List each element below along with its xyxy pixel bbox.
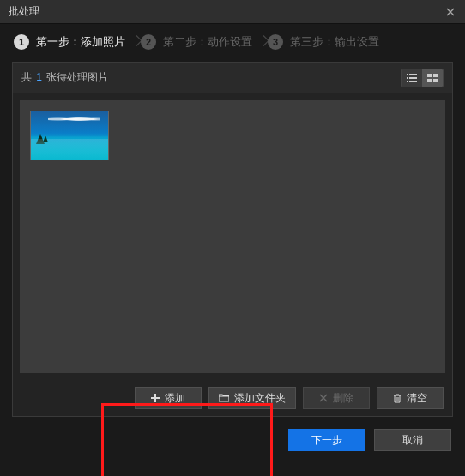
titlebar: 批处理 — [0, 0, 465, 24]
step-wizard: 1 第一步：添加照片 2 第二步：动作设置 3 第三步：输出设置 — [0, 24, 465, 62]
delete-button[interactable]: 删除 — [303, 387, 370, 409]
list-icon — [407, 74, 417, 82]
button-label: 取消 — [402, 433, 423, 448]
step-2[interactable]: 2 第二步：动作设置 — [141, 34, 268, 50]
thumbnail-art — [48, 117, 100, 122]
svg-rect-4 — [407, 81, 408, 82]
count-suffix: 张待处理图片 — [46, 71, 108, 83]
thumbnail-area — [20, 100, 445, 373]
next-button[interactable]: 下一步 — [288, 429, 365, 451]
button-label: 添加 — [165, 391, 185, 406]
content-panel: 共 1 张待处理图片 添加 添加文件夹 删除 — [12, 62, 453, 417]
pending-count-label: 共 1 张待处理图片 — [21, 70, 108, 85]
svg-rect-1 — [409, 74, 417, 75]
step-label: 第三步：输出设置 — [290, 34, 379, 50]
dialog-footer: 下一步 取消 — [0, 417, 465, 463]
svg-rect-3 — [409, 77, 417, 79]
plus-icon — [151, 394, 160, 402]
grid-view-button[interactable] — [422, 69, 443, 87]
add-button[interactable]: 添加 — [135, 387, 202, 409]
add-folder-button[interactable]: 添加文件夹 — [208, 387, 296, 409]
panel-toolbar: 添加 添加文件夹 删除 清空 — [13, 380, 452, 416]
button-label: 下一步 — [311, 433, 342, 448]
close-icon — [446, 8, 455, 16]
step-label: 第一步：添加照片 — [36, 34, 125, 50]
svg-rect-2 — [407, 77, 408, 79]
panel-header: 共 1 张待处理图片 — [13, 63, 452, 93]
folder-icon — [219, 394, 229, 402]
svg-rect-6 — [427, 74, 432, 77]
button-label: 清空 — [407, 391, 427, 406]
svg-rect-9 — [433, 79, 438, 82]
window-title: 批处理 — [9, 4, 39, 19]
svg-rect-7 — [433, 74, 438, 77]
step-label: 第二步：动作设置 — [163, 34, 252, 50]
svg-rect-0 — [407, 74, 408, 75]
svg-rect-5 — [409, 81, 417, 82]
count-prefix: 共 — [21, 71, 32, 83]
list-view-button[interactable] — [402, 69, 422, 87]
button-label: 添加文件夹 — [234, 391, 286, 406]
count-value: 1 — [36, 71, 42, 83]
step-number-icon: 1 — [14, 34, 29, 50]
svg-rect-8 — [427, 79, 432, 82]
view-toggle — [401, 69, 444, 87]
thumbnail-art — [31, 139, 108, 160]
step-3[interactable]: 3 第三步：输出设置 — [268, 34, 395, 50]
image-thumbnail[interactable] — [30, 111, 109, 160]
step-number-icon: 3 — [268, 34, 283, 50]
step-1[interactable]: 1 第一步：添加照片 — [14, 34, 141, 50]
trash-icon — [393, 394, 402, 403]
button-label: 删除 — [333, 391, 353, 406]
close-button[interactable] — [436, 0, 465, 24]
step-number-icon: 2 — [141, 34, 156, 50]
cancel-button[interactable]: 取消 — [374, 429, 451, 451]
grid-icon — [427, 74, 438, 82]
clear-button[interactable]: 清空 — [377, 387, 444, 409]
delete-icon — [319, 394, 328, 402]
